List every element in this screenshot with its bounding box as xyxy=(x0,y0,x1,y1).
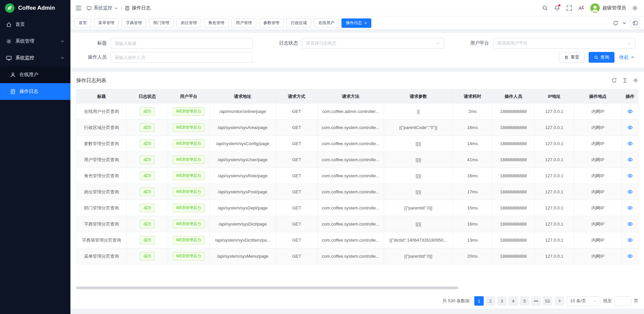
row-ip-address: 127.0.0.1 xyxy=(535,152,574,168)
notification-bell-icon[interactable] xyxy=(554,5,560,11)
tab[interactable]: 行政区域 xyxy=(286,18,311,28)
view-detail-eye-icon[interactable] xyxy=(627,189,633,195)
page-button[interactable]: 5 xyxy=(520,296,529,306)
page-size-select[interactable]: 10 条/页 xyxy=(567,296,600,306)
search-button[interactable]: 查询 xyxy=(589,52,614,63)
chevron-up-icon xyxy=(60,56,64,60)
view-detail-eye-icon[interactable] xyxy=(627,173,633,179)
row-request-params: [] xyxy=(384,104,452,120)
row-request-params: [{"parentId":0}] xyxy=(384,248,452,264)
tab-label: 角色管理 xyxy=(208,20,224,26)
row-request-params: [{"dictId":140647326180950... xyxy=(384,232,452,248)
gear-icon xyxy=(6,39,12,44)
tab[interactable]: 角色管理 xyxy=(204,18,229,28)
page-button[interactable]: 3 xyxy=(497,296,506,306)
platform-badge: WEB管理后台 xyxy=(173,107,205,115)
platform-badge: WEB管理后台 xyxy=(173,188,205,196)
chevron-down-icon xyxy=(436,42,440,45)
view-detail-eye-icon[interactable] xyxy=(627,109,633,114)
tab[interactable]: 参数管理 xyxy=(259,18,284,28)
user-menu[interactable]: 超级管理员 xyxy=(590,3,626,13)
breadcrumb-system-monitor[interactable]: 系统监控 xyxy=(87,5,118,11)
tab[interactable]: 用户管理 xyxy=(231,18,256,28)
refresh-icon[interactable] xyxy=(613,20,618,26)
tabs-actions xyxy=(613,18,640,28)
sidebar-collapse-icon[interactable] xyxy=(75,5,82,11)
refresh-icon[interactable] xyxy=(611,78,617,83)
collapse-button[interactable]: 收起 xyxy=(619,52,635,63)
horizontal-scrollbar-thumb[interactable] xyxy=(76,287,459,289)
translate-icon[interactable] xyxy=(578,5,584,11)
sidebar-item-system-management[interactable]: 系统管理 xyxy=(0,33,70,50)
user-platform-select[interactable]: 请选择用户平台 xyxy=(493,38,635,49)
row-location: 内网IP xyxy=(574,120,622,136)
row-request-method: GET xyxy=(276,200,317,216)
table-row: 在线用户分页查询 成功 WEB管理后台 /api/monitor/online/… xyxy=(76,104,638,120)
jump-to-input[interactable] xyxy=(614,296,631,306)
row-request-method: GET xyxy=(276,136,317,152)
title-input[interactable] xyxy=(111,38,253,49)
tab[interactable]: 字典管理 xyxy=(121,18,146,28)
breadcrumb-separator: / xyxy=(121,5,122,11)
sidebar-item-system-monitor[interactable]: 系统监控 xyxy=(0,50,70,66)
reset-button[interactable]: 重置 xyxy=(559,52,585,63)
sidebar-item-operation-log[interactable]: 操作日志 xyxy=(0,83,70,100)
tab[interactable]: 在线用户 xyxy=(314,18,339,28)
status-badge: 成功 xyxy=(140,236,155,244)
page-button[interactable]: 4 xyxy=(508,296,518,306)
username: 超级管理员 xyxy=(602,5,626,11)
row-title: 部门管理分页查询 xyxy=(84,205,119,210)
sidebar-item-home[interactable]: 首页 xyxy=(0,16,70,33)
column-header: 日志状态 xyxy=(126,89,168,104)
view-detail-eye-icon[interactable] xyxy=(627,141,633,146)
row-title: 字典管理分页查询 xyxy=(84,222,119,227)
topbar-actions: 超级管理员 xyxy=(542,3,638,13)
search-icon[interactable] xyxy=(542,5,548,11)
view-detail-eye-icon[interactable] xyxy=(627,125,633,130)
sidebar-item-online-users[interactable]: 在线用户 xyxy=(0,66,70,83)
settings-gear-icon[interactable] xyxy=(632,5,638,11)
page-suffix-label: 页 xyxy=(634,298,638,304)
tab[interactable]: 菜单管理 xyxy=(94,18,119,28)
row-location: 内网IP xyxy=(574,184,622,200)
tab[interactable]: 岗位管理 xyxy=(176,18,201,28)
tab[interactable]: 部门管理 xyxy=(149,18,174,28)
row-operator: 18888888888 xyxy=(492,136,535,152)
platform-badge: WEB管理后台 xyxy=(173,204,205,212)
row-location: 内网IP xyxy=(574,248,622,264)
tab-close-icon[interactable]: × xyxy=(364,21,367,25)
view-detail-eye-icon[interactable] xyxy=(627,221,633,227)
page-button[interactable]: 53 xyxy=(543,296,552,306)
view-detail-eye-icon[interactable] xyxy=(627,205,633,211)
row-ip-address: 127.0.0.1 xyxy=(535,136,574,152)
tabs-bar: 首页 菜单管理 字典管理 部门管理 岗位管理 角色管理 用户管理 参数管理 行政… xyxy=(70,16,644,29)
fullscreen-icon[interactable] xyxy=(566,5,572,11)
page-button[interactable]: 2 xyxy=(486,296,495,306)
tab[interactable]: 操作日志 × xyxy=(341,18,371,28)
row-request-handler: com.coffee.system.controlle... xyxy=(317,168,384,184)
log-table: 标题日志状态用户平台请求地址请求方式请求方法请求参数请求耗时操作人员IP地址操作… xyxy=(76,89,638,264)
app-root: Coffee Admin 首页 系统管理 系统监控 在线用户 xyxy=(0,0,644,314)
view-detail-eye-icon[interactable] xyxy=(627,157,633,163)
jump-to-label: 跳至 xyxy=(603,298,612,304)
column-settings-gear-icon[interactable] xyxy=(633,78,638,83)
row-request-method: GET xyxy=(276,216,317,232)
log-status-select[interactable]: 请选择日志状态 xyxy=(302,38,444,49)
view-detail-eye-icon[interactable] xyxy=(627,253,633,259)
table-row: 字典项管理分页查询 成功 WEB管理后台 /api/system/sysDict… xyxy=(76,232,638,248)
view-detail-eye-icon[interactable] xyxy=(627,237,633,243)
row-request-handler: com.coffee.system.controlle... xyxy=(317,216,384,232)
layout-panel-icon[interactable] xyxy=(631,18,640,28)
table-row: 参数管理分页查询 成功 WEB管理后台 /api/system/sysConfi… xyxy=(76,136,638,152)
table-row: 用户管理分页查询 成功 WEB管理后台 /api/system/sysUser/… xyxy=(76,152,638,168)
page-ellipsis[interactable]: ••• xyxy=(531,296,541,306)
tab[interactable]: 首页 xyxy=(74,18,91,28)
density-icon[interactable] xyxy=(622,78,628,83)
operator-input[interactable] xyxy=(111,52,253,63)
chevron-down-icon[interactable] xyxy=(622,21,627,25)
next-page-button[interactable] xyxy=(555,296,564,306)
page-button[interactable]: 1 xyxy=(474,296,484,306)
trash-icon xyxy=(564,55,569,60)
platform-badge: WEB管理后台 xyxy=(173,220,205,228)
column-header: 请求地址 xyxy=(209,89,276,104)
